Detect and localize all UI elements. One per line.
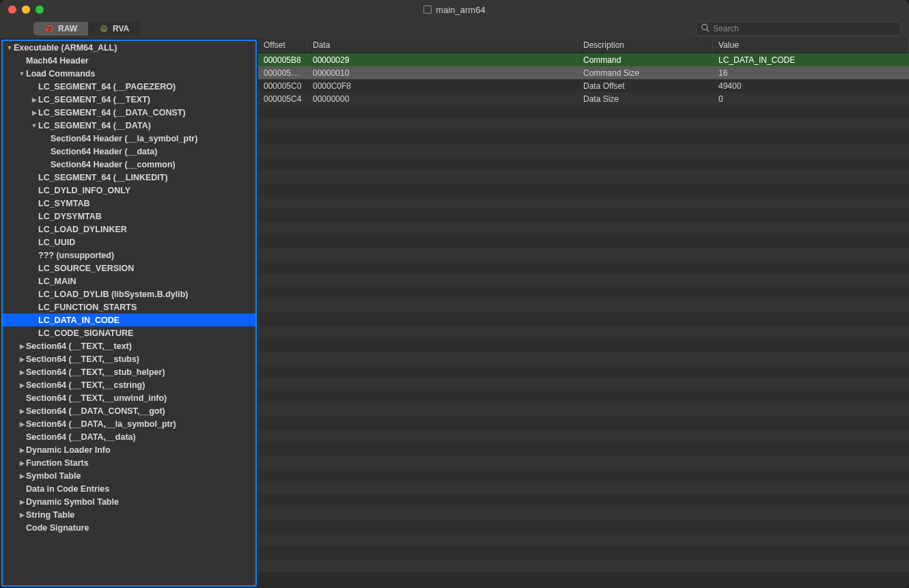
chevron-right-icon[interactable]: ▶ — [30, 96, 38, 103]
document-icon — [423, 5, 432, 14]
tree-item[interactable]: ▶LC_SEGMENT_64 (__DATA_CONST) — [3, 106, 255, 119]
search-box[interactable] — [696, 21, 901, 36]
tree-item-label: ??? (unsupported) — [38, 251, 114, 260]
table-row[interactable]: 000005C00000C0F8Data Offset49400 — [258, 79, 909, 92]
tree-item[interactable]: LC_SEGMENT_64 (__PAGEZERO) — [3, 80, 255, 93]
tree-item[interactable]: Section64 Header (__common) — [3, 158, 255, 171]
empty-row — [258, 352, 909, 365]
empty-row — [258, 157, 909, 170]
tree-item[interactable]: LC_DYLD_INFO_ONLY — [3, 184, 255, 197]
tree-item[interactable]: LC_LOAD_DYLINKER — [3, 223, 255, 236]
tree-item[interactable]: LC_SOURCE_VERSION — [3, 262, 255, 275]
tree-item[interactable]: ▶Dynamic Loader Info — [3, 443, 255, 456]
chevron-down-icon[interactable]: ▼ — [30, 122, 38, 129]
chevron-right-icon[interactable]: ▶ — [18, 447, 26, 453]
tree-item[interactable]: Section64 Header (__data) — [3, 145, 255, 158]
chevron-right-icon[interactable]: ▶ — [18, 499, 26, 505]
column-header-description[interactable]: Description — [578, 38, 713, 53]
chevron-right-icon[interactable]: ▶ — [18, 369, 26, 376]
chevron-right-icon[interactable]: ▶ — [18, 382, 26, 389]
raw-tab[interactable]: RAW — [33, 22, 88, 36]
tree-item[interactable]: LC_SYMTAB — [3, 197, 255, 210]
table-body[interactable]: 000005B800000029CommandLC_DATA_IN_CODE00… — [258, 53, 909, 588]
chevron-right-icon[interactable]: ▶ — [18, 356, 26, 363]
tree-item-label: Load Commands — [26, 69, 95, 79]
tree-item[interactable]: ▶Section64 (__DATA_CONST,__got) — [3, 404, 255, 417]
column-header-data[interactable]: Data — [307, 38, 578, 53]
tree-item-label: LC_DATA_IN_CODE — [38, 316, 120, 325]
close-window-button[interactable] — [8, 5, 16, 14]
tree-item[interactable]: ▼Load Commands — [3, 67, 255, 80]
chevron-right-icon[interactable]: ▶ — [18, 421, 26, 428]
tree-item-label: LC_SEGMENT_64 (__LINKEDIT) — [38, 173, 168, 182]
table-row[interactable]: 000005C400000000Data Size0 — [258, 92, 909, 105]
empty-row — [258, 170, 909, 183]
tree-item[interactable]: ▶Section64 (__TEXT,__cstring) — [3, 378, 255, 391]
minimize-window-button[interactable] — [22, 5, 30, 14]
chevron-right-icon[interactable]: ▶ — [18, 473, 26, 479]
tree-item[interactable]: ▶Section64 (__TEXT,__text) — [3, 339, 255, 352]
tree-item[interactable]: ▶Section64 (__TEXT,__stubs) — [3, 352, 255, 365]
tree-item[interactable]: LC_LOAD_DYLIB (libSystem.B.dylib) — [3, 288, 255, 300]
empty-row — [258, 404, 909, 417]
tree-item[interactable]: ▼LC_SEGMENT_64 (__DATA) — [3, 119, 255, 132]
tree-item[interactable]: ▶LC_SEGMENT_64 (__TEXT) — [3, 93, 255, 106]
raw-icon — [44, 24, 54, 33]
tree-item-label: Executable (ARM64_ALL) — [14, 43, 117, 53]
chevron-right-icon[interactable]: ▶ — [18, 460, 26, 466]
empty-row — [258, 313, 909, 326]
empty-row — [258, 222, 909, 235]
zoom-window-button[interactable] — [36, 5, 44, 14]
table-row[interactable]: 000005BC00000010Command Size16 — [258, 66, 909, 79]
column-header-value[interactable]: Value — [713, 38, 909, 53]
tree-item[interactable]: LC_SEGMENT_64 (__LINKEDIT) — [3, 171, 255, 184]
tree-item-label: Section64 (__TEXT,__unwind_info) — [26, 393, 167, 403]
tree-item[interactable]: LC_UUID — [3, 236, 255, 249]
tree-item-label: Code Signature — [26, 523, 89, 533]
chevron-down-icon[interactable]: ▼ — [18, 70, 26, 77]
empty-row — [258, 481, 909, 494]
tree-item-label: Dynamic Symbol Table — [26, 497, 119, 507]
cell-offset: 000005C4 — [258, 94, 307, 104]
tree-item[interactable]: LC_DATA_IN_CODE — [3, 313, 255, 326]
chevron-down-icon[interactable]: ▼ — [5, 44, 14, 51]
cell-value: LC_DATA_IN_CODE — [713, 55, 909, 65]
tree-item[interactable]: ▶String Table — [3, 508, 255, 521]
empty-row — [258, 261, 909, 274]
tree-item[interactable]: LC_DYSYMTAB — [3, 210, 255, 223]
rva-tab[interactable]: RVA — [88, 22, 140, 36]
tree-item[interactable]: ▼Executable (ARM64_ALL) — [3, 41, 255, 54]
tree-item[interactable]: Code Signature — [3, 521, 255, 534]
chevron-right-icon[interactable]: ▶ — [30, 109, 38, 116]
tree-item[interactable]: LC_CODE_SIGNATURE — [3, 326, 255, 339]
chevron-right-icon[interactable]: ▶ — [18, 512, 26, 518]
svg-point-5 — [102, 27, 104, 29]
tree-item[interactable]: ▶Dynamic Symbol Table — [3, 495, 255, 508]
cell-description: Data Size — [578, 94, 713, 104]
table-row[interactable]: 000005B800000029CommandLC_DATA_IN_CODE — [258, 53, 909, 66]
empty-row — [258, 209, 909, 222]
tree-item-label: Section64 Header (__la_symbol_ptr) — [51, 134, 197, 143]
svg-point-4 — [100, 25, 108, 33]
content-area: ▼Executable (ARM64_ALL)Mach64 Header▼Loa… — [0, 38, 909, 588]
tree-item[interactable]: ▶Section64 (__DATA,__la_symbol_ptr) — [3, 417, 255, 430]
tree-item[interactable]: LC_FUNCTION_STARTS — [3, 300, 255, 313]
chevron-right-icon[interactable]: ▶ — [18, 408, 26, 415]
column-header-offset[interactable]: Offset — [258, 38, 307, 53]
chevron-right-icon[interactable]: ▶ — [18, 343, 26, 350]
tree-item[interactable]: ▶Section64 (__TEXT,__stub_helper) — [3, 365, 255, 378]
tree-item[interactable]: Section64 (__TEXT,__unwind_info) — [3, 391, 255, 404]
empty-row — [258, 287, 909, 300]
tree-item[interactable]: LC_MAIN — [3, 275, 255, 288]
tree-item[interactable]: Section64 Header (__la_symbol_ptr) — [3, 132, 255, 145]
tree-item[interactable]: ??? (unsupported) — [3, 249, 255, 262]
tree-item-label: LC_MAIN — [38, 277, 76, 286]
search-input[interactable] — [713, 24, 896, 33]
tree-item[interactable]: Section64 (__DATA,__data) — [3, 430, 255, 443]
tree-item[interactable]: Mach64 Header — [3, 54, 255, 67]
tree-item[interactable]: ▶Function Starts — [3, 456, 255, 469]
tree-item[interactable]: ▶Symbol Table — [3, 469, 255, 482]
empty-row — [258, 248, 909, 261]
tree-item[interactable]: Data in Code Entries — [3, 482, 255, 495]
sidebar-tree[interactable]: ▼Executable (ARM64_ALL)Mach64 Header▼Loa… — [1, 40, 257, 587]
